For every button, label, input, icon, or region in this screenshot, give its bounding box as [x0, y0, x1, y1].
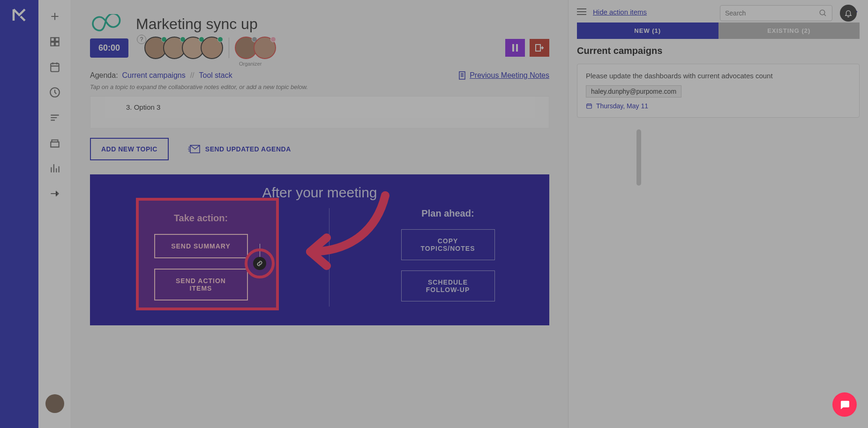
send-updated-agenda-button[interactable]: SEND UPDATED AGENDA — [187, 144, 291, 154]
notifications-button[interactable] — [840, 5, 857, 22]
action-item-card[interactable]: Please update the dashboards with curren… — [577, 64, 860, 118]
brand-logo-bar — [0, 0, 38, 428]
add-new-topic-button[interactable]: ADD NEW TOPIC — [90, 138, 169, 160]
agenda-separator: // — [190, 71, 195, 80]
hamburger-icon[interactable] — [577, 8, 586, 15]
agenda-link-toolstack[interactable]: Tool stack — [199, 71, 232, 80]
avatar[interactable] — [254, 37, 276, 59]
action-item-description: Please update the dashboards with curren… — [586, 72, 851, 80]
take-action-heading: Take action: — [174, 213, 228, 224]
plus-icon[interactable] — [49, 10, 61, 23]
archive-icon[interactable] — [49, 137, 61, 149]
svg-rect-1 — [55, 38, 59, 41]
agenda-link-campaigns[interactable]: Current campaigns — [122, 71, 186, 80]
exit-button[interactable] — [530, 39, 549, 57]
search-input[interactable] — [725, 9, 819, 17]
note-option-3: 3. Option 3 — [126, 103, 525, 111]
meeting-title: Marketing sync up — [136, 15, 258, 33]
brand-logo-icon — [11, 7, 28, 23]
agenda-label: Agenda: — [90, 71, 118, 80]
copy-topics-button[interactable]: COPY TOPICS/NOTES — [401, 229, 495, 260]
note-box: 3. Option 3 — [90, 96, 549, 128]
previous-notes-link[interactable]: Previous Meeting Notes — [470, 71, 549, 80]
notes-icon — [458, 71, 466, 80]
calendar-icon[interactable] — [49, 61, 61, 73]
after-meeting-title: After your meeting — [109, 185, 531, 201]
chat-fab[interactable] — [832, 392, 857, 417]
exit-icon — [535, 44, 544, 52]
search-icon — [819, 9, 827, 17]
svg-rect-7 — [516, 44, 518, 52]
attendee-avatars — [144, 37, 223, 59]
link-icon[interactable] — [253, 257, 266, 270]
clock-icon[interactable] — [49, 86, 61, 98]
column-divider — [329, 208, 329, 307]
avatar-divider — [229, 38, 229, 58]
pause-button[interactable] — [505, 39, 525, 57]
svg-point-12 — [820, 10, 825, 15]
schedule-followup-button[interactable]: SCHEDULE FOLLOW-UP — [401, 270, 495, 301]
svg-rect-9 — [459, 72, 465, 79]
help-icon[interactable]: ? — [137, 35, 146, 44]
after-meeting-panel: After your meeting Take action: SEND SUM… — [90, 174, 549, 325]
action-items-section-title: Current campaigns — [577, 45, 860, 56]
svg-rect-2 — [51, 42, 54, 46]
mail-icon — [187, 144, 201, 154]
calendar-small-icon — [586, 103, 592, 109]
scrollbar-thumb[interactable] — [636, 129, 641, 186]
pause-icon — [512, 44, 518, 52]
svg-rect-4 — [51, 63, 59, 71]
tab-new[interactable]: NEW (1) — [577, 23, 718, 39]
side-nav — [38, 0, 71, 428]
svg-rect-6 — [512, 44, 514, 52]
svg-rect-11 — [587, 104, 592, 108]
chart-icon[interactable] — [49, 162, 61, 174]
list-icon[interactable] — [49, 112, 61, 124]
chat-icon — [839, 399, 850, 410]
action-items-panel: Hide action items NEW (1) EXISTING (2) C… — [568, 0, 868, 428]
infinity-icon — [90, 14, 127, 34]
plan-ahead-heading: Plan ahead: — [421, 208, 474, 219]
svg-rect-0 — [51, 38, 54, 41]
send-summary-button[interactable]: SEND SUMMARY — [154, 234, 248, 258]
action-item-date: Thursday, May 11 — [596, 102, 648, 110]
hide-action-items-link[interactable]: Hide action items — [593, 8, 647, 16]
arrow-right-icon[interactable] — [49, 188, 61, 200]
svg-rect-3 — [55, 42, 59, 46]
assignee-chip[interactable]: haley.dunphy@purpome.com — [586, 85, 681, 98]
my-avatar[interactable] — [45, 394, 64, 413]
grid-icon[interactable] — [49, 36, 61, 48]
bell-icon — [844, 9, 853, 17]
organizer-label: Organizer — [239, 61, 262, 67]
timer[interactable]: 60:00 — [90, 38, 128, 58]
search-box[interactable] — [720, 5, 832, 21]
topic-hint: Tap on a topic to expand the collaborati… — [90, 83, 549, 90]
send-action-items-button[interactable]: SEND ACTION ITEMS — [154, 269, 248, 300]
avatar[interactable] — [201, 37, 223, 59]
svg-rect-8 — [536, 45, 540, 51]
send-agenda-label: SEND UPDATED AGENDA — [205, 145, 291, 153]
